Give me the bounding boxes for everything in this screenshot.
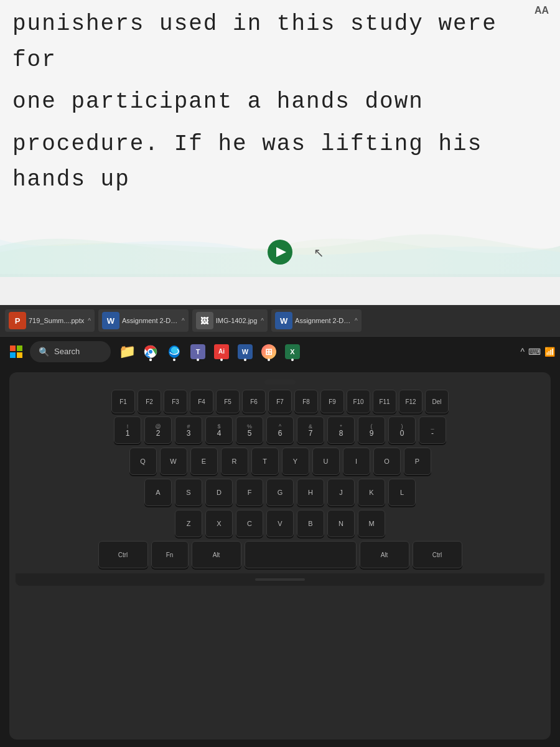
key-v[interactable]: V	[266, 510, 294, 537]
key-o[interactable]: O	[373, 448, 401, 475]
key-s[interactable]: S	[175, 479, 202, 506]
key-alt-right[interactable]: Alt	[360, 541, 409, 568]
laptop-hinge-detail	[255, 578, 305, 581]
taskbar-icon-chrome[interactable]	[139, 341, 162, 363]
key-f1[interactable]: F1	[111, 390, 135, 413]
taskbar-icon-photos[interactable]: ⊞	[258, 341, 280, 363]
keyboard-icon[interactable]: ⌨	[528, 347, 541, 357]
jpg-arrow: ^	[261, 317, 264, 324]
asdf-row: A S D F G H J K L	[16, 479, 544, 506]
key-r[interactable]: R	[221, 448, 248, 475]
key-ctrl-left[interactable]: Ctrl	[98, 541, 148, 568]
screen: AA punishers used in this study were for…	[0, 0, 560, 305]
download-label-docx2: Assignment 2-Dr....docx	[295, 317, 351, 324]
key-u[interactable]: U	[312, 448, 340, 475]
key-f10[interactable]: F10	[347, 390, 370, 413]
taskbar-system-tray: ^ ⌨ 📶	[520, 347, 555, 357]
key-m[interactable]: M	[358, 510, 385, 537]
key-f5[interactable]: F5	[216, 390, 240, 413]
key-5[interactable]: %5	[236, 416, 263, 444]
search-bar[interactable]: 🔍 Search	[30, 341, 111, 362]
chevron-up-icon[interactable]: ^	[520, 347, 525, 357]
key-0[interactable]: )0	[388, 416, 416, 444]
jpg-icon: 🖼	[196, 312, 213, 329]
taskbar-icon-excel[interactable]: X	[281, 341, 304, 363]
taskbar-icons: 📁 T	[116, 341, 304, 363]
key-a[interactable]: A	[144, 479, 172, 506]
svg-rect-2	[10, 352, 16, 358]
key-l[interactable]: L	[388, 479, 416, 506]
key-f12[interactable]: F12	[399, 390, 422, 413]
key-w[interactable]: W	[160, 448, 187, 475]
svg-point-6	[149, 350, 152, 354]
key-4[interactable]: $4	[205, 416, 233, 444]
key-q[interactable]: Q	[129, 448, 157, 475]
key-j[interactable]: J	[327, 479, 355, 506]
key-f2[interactable]: F2	[138, 390, 161, 413]
key-fn-left[interactable]: Fn	[151, 541, 189, 568]
key-1[interactable]: !1	[114, 416, 141, 444]
key-e[interactable]: E	[190, 448, 218, 475]
key-g[interactable]: G	[266, 479, 294, 506]
download-item-pptx[interactable]: P 719_Summ....pptx ^	[5, 309, 95, 332]
download-item-docx1[interactable]: W Assignment 2-Dr....docx ^	[98, 309, 189, 332]
key-z[interactable]: Z	[175, 510, 202, 537]
key-f6[interactable]: F6	[242, 390, 266, 413]
taskbar-icon-teams[interactable]: T	[187, 341, 209, 363]
key-alt-left[interactable]: Alt	[192, 541, 241, 568]
key-space[interactable]	[245, 541, 357, 568]
key-h[interactable]: H	[297, 479, 324, 506]
key-f7[interactable]: F7	[268, 390, 292, 413]
trackpad-indicator	[264, 380, 296, 385]
key-9[interactable]: (9	[358, 416, 385, 444]
fn-row: F1 F2 F3 F4 F5 F6 F7 F8 F9 F10 F11 F12 D…	[16, 390, 544, 413]
key-f4[interactable]: F4	[190, 390, 213, 413]
pptx-icon: P	[9, 312, 26, 329]
key-c[interactable]: C	[236, 510, 263, 537]
key-p[interactable]: P	[404, 448, 431, 475]
play-button[interactable]	[268, 240, 292, 265]
key-6[interactable]: ^6	[266, 416, 294, 444]
svg-rect-0	[10, 345, 16, 351]
download-item-jpg[interactable]: 🖼 IMG-1402.jpg ^	[192, 309, 268, 332]
key-3[interactable]: #3	[175, 416, 202, 444]
search-label: Search	[54, 347, 80, 356]
docx1-icon: W	[102, 312, 119, 329]
key-f8[interactable]: F8	[294, 390, 318, 413]
key-del[interactable]: Del	[425, 390, 449, 413]
key-minus[interactable]: _-	[419, 416, 446, 444]
bottom-row: Ctrl Fn Alt Alt Ctrl	[16, 541, 544, 568]
key-7[interactable]: &7	[297, 416, 324, 444]
key-f[interactable]: F	[236, 479, 263, 506]
taskbar-icon-edge[interactable]	[163, 341, 185, 363]
key-ctrl-right[interactable]: Ctrl	[413, 541, 462, 568]
key-i[interactable]: I	[343, 448, 370, 475]
edge-icon	[167, 344, 182, 359]
font-size-indicator: AA	[534, 5, 549, 16]
start-button[interactable]	[5, 341, 27, 363]
key-n[interactable]: N	[327, 510, 355, 537]
key-d[interactable]: D	[205, 479, 233, 506]
download-item-docx2[interactable]: W Assignment 2-Dr....docx ^	[271, 309, 362, 332]
key-t[interactable]: T	[251, 448, 279, 475]
key-x[interactable]: X	[205, 510, 233, 537]
teams-icon-img: T	[190, 344, 205, 359]
key-f9[interactable]: F9	[320, 390, 344, 413]
key-b[interactable]: B	[297, 510, 324, 537]
cursor-icon: ↖	[314, 245, 324, 260]
key-k[interactable]: K	[358, 479, 385, 506]
taskbar-icon-folder[interactable]: 📁	[116, 341, 138, 363]
key-2[interactable]: @2	[144, 416, 172, 444]
key-8[interactable]: *8	[327, 416, 355, 444]
taskbar-icon-word[interactable]: W	[234, 341, 256, 363]
wifi-icon[interactable]: 📶	[544, 347, 555, 357]
pptx-arrow: ^	[88, 317, 91, 324]
key-f3[interactable]: F3	[164, 390, 187, 413]
key-f11[interactable]: F11	[373, 390, 396, 413]
word-icon-img: W	[238, 344, 253, 359]
zxcv-row: Z X C V B N M	[16, 510, 544, 537]
taskbar-icon-acrobat[interactable]: Ai	[210, 341, 233, 363]
photos-icon-img: ⊞	[261, 344, 276, 359]
acrobat-icon-img: Ai	[214, 344, 229, 359]
key-y[interactable]: Y	[282, 448, 309, 475]
